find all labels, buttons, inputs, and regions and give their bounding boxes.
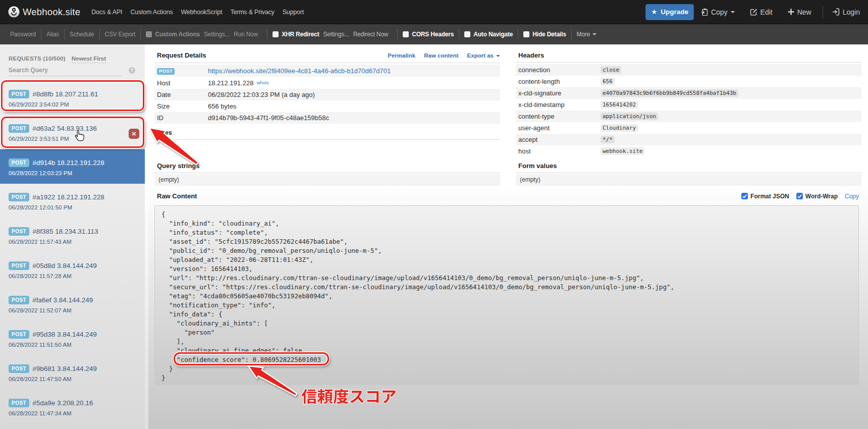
toolbar-separator — [41, 29, 41, 40]
copy-menu-button[interactable]: Copy — [701, 8, 735, 16]
toolbar-alias[interactable]: Alias — [46, 31, 59, 38]
header-name: user-agent — [516, 122, 598, 134]
xhr-redirect-label: XHR Redirect — [282, 31, 319, 38]
method-badge: POST — [9, 364, 29, 373]
request-id-link[interactable]: #d914b 18.212.191.228 — [32, 159, 104, 167]
new-button[interactable]: New — [788, 8, 811, 16]
request-timestamp: 06/28/2022 11:57:43 AM — [9, 239, 136, 245]
table-row: host webhook.site — [516, 145, 861, 157]
custom-actions-label: Custom Actions — [155, 31, 200, 38]
request-list-item[interactable]: POST #8d8fb 18.207.211.61 06/29/2022 3:5… — [0, 81, 145, 115]
xhr-redirect-checkbox[interactable] — [273, 31, 279, 37]
size-value: 656 bytes — [205, 100, 500, 112]
toolbar-password[interactable]: Password — [10, 31, 36, 38]
sort-order-toggle[interactable]: Newest First — [72, 56, 106, 63]
request-id-link[interactable]: #8f385 18.234.31.113 — [32, 228, 98, 235]
whois-link[interactable]: whois — [256, 80, 268, 85]
table-row: user-agent Cloudinary — [516, 122, 861, 134]
toolbar-separator — [64, 29, 65, 40]
header-name: content-length — [516, 76, 598, 87]
format-json-checkbox[interactable] — [741, 193, 748, 199]
query-strings-empty: (empty) — [154, 174, 500, 186]
request-id-link[interactable]: #fa6ef 3.84.144.249 — [32, 296, 93, 304]
code-line: "info_data": { — [161, 310, 852, 319]
query-strings-title: Query strings — [157, 162, 200, 170]
xhr-redirect-now[interactable]: Redirect Now — [353, 31, 389, 38]
export-as-dropdown[interactable]: Export as — [467, 52, 500, 60]
code-line: "asset_id": "5cfc1915789c2b557262c4467ba… — [161, 237, 852, 246]
raw-content-code-block: { "info_kind": "cloudinary_ai", "info_st… — [154, 205, 859, 385]
format-json-label: Format JSON — [750, 193, 789, 200]
custom-actions-settings[interactable]: Settings... — [204, 31, 230, 38]
request-list-item[interactable]: POST #a1922 18.212.191.228 06/28/2022 12… — [0, 184, 145, 218]
copy-raw-content-link[interactable]: Copy — [845, 193, 859, 200]
request-id-link[interactable]: #9b681 3.84.144.249 — [32, 365, 97, 372]
request-id-link[interactable]: #8d8fb 18.207.211.61 — [32, 90, 98, 98]
header-value: */* — [601, 136, 615, 143]
header-name: content-type — [516, 111, 598, 122]
request-list-item[interactable]: POST #fa6ef 3.84.144.249 06/28/2022 11:5… — [0, 287, 145, 321]
permalink-link[interactable]: Permalink — [388, 52, 415, 60]
code-line: "version": 1656414103, — [161, 264, 852, 274]
more-menu[interactable]: More — [577, 31, 597, 38]
toolbar-separator — [571, 29, 572, 40]
toolbar-schedule[interactable]: Schedule — [70, 31, 94, 38]
request-id-link[interactable]: #a1922 18.212.191.228 — [32, 193, 104, 201]
copy-icon — [701, 8, 708, 16]
hide-details-checkbox[interactable] — [523, 31, 529, 37]
method-badge: POST — [9, 158, 29, 167]
requests-count-heading: REQUESTS (10/500) — [9, 56, 66, 62]
custom-actions-checkbox[interactable] — [146, 31, 152, 37]
word-wrap-checkbox[interactable] — [796, 193, 803, 199]
headers-title: Headers — [518, 51, 544, 59]
code-line: "person" — [161, 328, 852, 337]
request-id-link[interactable]: #05d8d 3.84.144.249 — [32, 262, 97, 270]
navbar-link[interactable]: Support — [279, 9, 308, 16]
header-value: 1656414202 — [601, 101, 638, 109]
request-list-item[interactable]: POST #9b681 3.84.144.249 06/28/2022 11:4… — [0, 355, 145, 390]
method-badge: POST — [9, 330, 29, 339]
auto-navigate-label: Auto Navigate — [473, 31, 513, 38]
search-help-icon[interactable]: ? — [129, 67, 135, 74]
custom-actions-run-now[interactable]: Run Now — [234, 31, 258, 38]
request-id-link[interactable]: #d63a2 54.83.93.136 — [32, 125, 97, 132]
hide-details-label: Hide Details — [532, 31, 566, 38]
date-value: 06/28/2022 12:03:23 PM (a day ago) — [205, 89, 500, 100]
date-label: Date — [154, 89, 205, 100]
request-id-link[interactable]: #5da9e 3.208.20.16 — [32, 399, 93, 407]
login-button[interactable]: Login — [832, 8, 860, 16]
edit-icon — [750, 8, 757, 16]
header-name: connection — [516, 64, 598, 76]
size-label: Size — [154, 100, 205, 112]
request-list-item[interactable]: POST #d914b 18.212.191.228 06/28/2022 12… — [0, 149, 145, 184]
request-list-item[interactable]: POST #8f385 18.234.31.113 06/28/2022 11:… — [0, 218, 145, 252]
cors-headers-checkbox[interactable] — [403, 31, 409, 37]
secondary-toolbar: Password Alias Schedule CSV Export Custo… — [0, 24, 868, 44]
brand[interactable]: Webhook.site — [8, 6, 80, 18]
request-list-item[interactable]: POST #d63a2 54.83.93.136 06/29/2022 3:53… — [0, 115, 145, 149]
request-list-item[interactable]: POST #95d38 3.84.144.249 06/28/2022 11:5… — [0, 321, 145, 355]
request-url-link[interactable]: https://webhook.site/2f8409ee-4c81-4a46-… — [208, 67, 391, 75]
auto-navigate-checkbox[interactable] — [464, 31, 470, 37]
raw-content-link[interactable]: Raw content — [424, 52, 458, 60]
table-row: x-cld-timestamp 1656414202 — [516, 99, 861, 111]
header-value: webhook.site — [601, 147, 644, 155]
navbar-link[interactable]: Docs & API — [87, 9, 126, 16]
request-id-link[interactable]: #95d38 3.84.144.249 — [32, 331, 97, 338]
request-list-item[interactable]: POST #5da9e 3.208.20.16 06/28/2022 11:47… — [0, 390, 145, 424]
navbar-link[interactable]: Terms & Privacy — [226, 9, 278, 16]
xhr-redirect-settings[interactable]: Settings... — [323, 31, 349, 38]
upgrade-button[interactable]: ★ Upgrade — [645, 4, 693, 20]
edit-button[interactable]: Edit — [750, 8, 773, 16]
search-input[interactable] — [9, 66, 122, 76]
chevron-down-icon — [592, 33, 596, 35]
host-label: Host — [154, 77, 205, 89]
request-list: POST #8d8fb 18.207.211.61 06/29/2022 3:5… — [0, 81, 145, 429]
toolbar-csv-export[interactable]: CSV Export — [105, 31, 136, 38]
code-line: } — [161, 364, 852, 373]
plus-icon — [788, 9, 794, 15]
navbar-link[interactable]: WebhookScript — [177, 9, 226, 16]
request-list-item[interactable]: POST #05d8d 3.84.144.249 06/28/2022 11:5… — [0, 252, 145, 287]
navbar-link[interactable]: Custom Actions — [126, 9, 177, 16]
delete-request-button[interactable]: × — [129, 129, 139, 139]
